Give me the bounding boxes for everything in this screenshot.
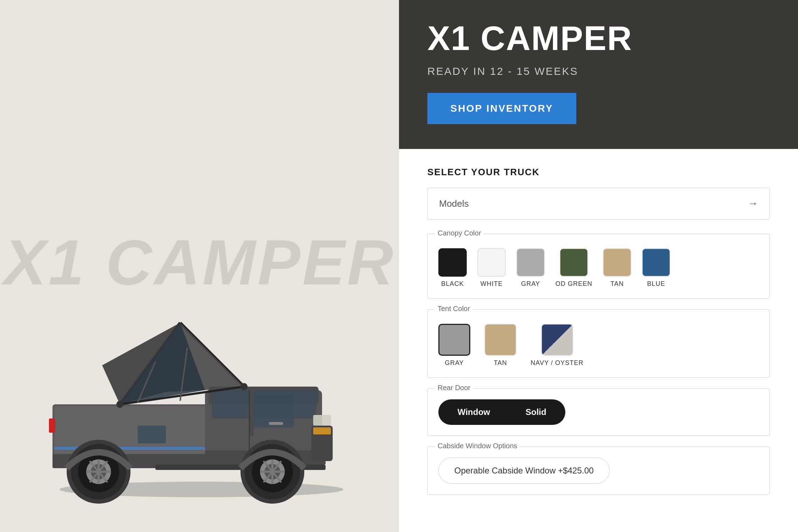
tent-color-gray[interactable]: GRAY <box>438 324 470 367</box>
tent-tan-swatch <box>484 324 516 356</box>
canopy-color-blue[interactable]: BLUE <box>642 248 670 288</box>
blue-label: BLUE <box>647 280 665 288</box>
white-label: WHITE <box>481 280 503 288</box>
header-section: X1 CAMPER READY IN 12 - 15 WEEKS SHOP IN… <box>399 0 798 149</box>
canopy-color-gray[interactable]: GRAY <box>516 248 545 288</box>
svg-rect-10 <box>249 390 254 436</box>
section-label: SELECT YOUR TRUCK <box>427 167 770 178</box>
tent-tan-label: TAN <box>494 359 507 367</box>
tent-color-label: Tent Color <box>435 305 473 313</box>
tent-navy-oyster-swatch <box>541 324 573 356</box>
config-panel: SELECT YOUR TRUCK Models → Canopy Color … <box>399 149 798 532</box>
svg-rect-37 <box>49 419 55 433</box>
rear-door-window-btn[interactable]: Window <box>440 401 508 423</box>
cabside-window-group: Cabside Window Options Operable Cabside … <box>427 447 770 495</box>
models-label: Models <box>439 198 469 209</box>
canopy-color-white[interactable]: WHITE <box>477 248 506 288</box>
gray-swatch <box>516 248 545 277</box>
canopy-color-od-green[interactable]: OD GREEN <box>555 248 592 288</box>
svg-rect-35 <box>313 427 331 434</box>
product-title: X1 CAMPER <box>427 21 770 55</box>
svg-rect-11 <box>269 422 283 425</box>
od-green-swatch <box>560 248 588 277</box>
truck-image <box>31 291 368 504</box>
dropdown-arrow-icon: → <box>748 198 758 209</box>
tan-label: TAN <box>610 280 624 288</box>
black-label: BLACK <box>441 280 464 288</box>
gray-label: GRAY <box>521 280 540 288</box>
black-swatch <box>438 248 467 277</box>
rear-door-group: Rear Door Window Solid <box>427 388 770 436</box>
canopy-color-group: Canopy Color BLACK WHITE GRAY OD GREEN <box>427 234 770 299</box>
canopy-color-tan[interactable]: TAN <box>603 248 631 288</box>
tent-color-group: Tent Color GRAY TAN NAVY / OYSTER <box>427 309 770 378</box>
rear-door-toggle: Window Solid <box>438 399 565 425</box>
tan-swatch <box>603 248 631 277</box>
tent-color-tan[interactable]: TAN <box>484 324 516 367</box>
shop-inventory-button[interactable]: SHOP INVENTORY <box>427 93 576 124</box>
canopy-color-black[interactable]: BLACK <box>438 248 467 288</box>
background-title: X1 CAMPER <box>4 226 395 299</box>
tent-gray-swatch <box>438 324 470 356</box>
tent-gray-label: GRAY <box>445 359 464 367</box>
ready-text: READY IN 12 - 15 WEEKS <box>427 65 770 77</box>
tent-color-swatches: GRAY TAN NAVY / OYSTER <box>438 320 759 367</box>
tent-color-navy-oyster[interactable]: NAVY / OYSTER <box>531 324 583 367</box>
canopy-color-swatches: BLACK WHITE GRAY OD GREEN TAN <box>438 245 759 288</box>
cabside-window-label: Cabside Window Options <box>435 442 520 450</box>
rear-door-label: Rear Door <box>435 384 473 392</box>
right-panel: X1 CAMPER READY IN 12 - 15 WEEKS SHOP IN… <box>399 0 798 532</box>
tent-navy-oyster-label: NAVY / OYSTER <box>531 359 583 367</box>
canopy-color-label: Canopy Color <box>435 229 484 237</box>
svg-point-44 <box>116 401 123 408</box>
svg-point-45 <box>240 383 248 390</box>
blue-swatch <box>642 248 670 277</box>
svg-rect-3 <box>138 426 166 443</box>
rear-door-solid-btn[interactable]: Solid <box>508 401 564 423</box>
models-dropdown[interactable]: Models → <box>427 188 770 220</box>
cabside-window-button[interactable]: Operable Cabside Window +$425.00 <box>438 458 610 484</box>
svg-rect-36 <box>313 415 331 426</box>
left-panel: X1 CAMPER <box>0 0 399 532</box>
white-swatch <box>477 248 506 277</box>
od-green-label: OD GREEN <box>555 280 592 288</box>
